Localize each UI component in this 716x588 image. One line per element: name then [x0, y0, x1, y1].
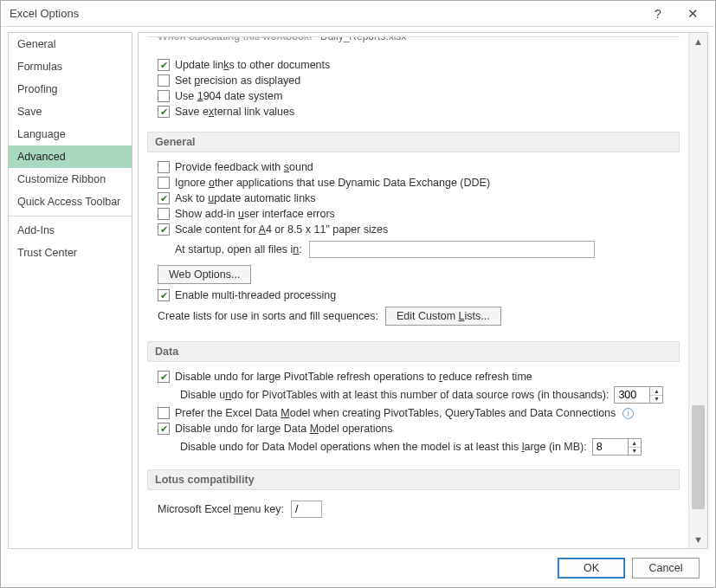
checkbox-disable-undo-pivot[interactable]: Disable undo for large PivotTable refres… [147, 369, 680, 384]
content-scroll-area: When calculating this workbook: Daily_Re… [139, 33, 688, 548]
checkbox-label: Set precision as displayed [175, 74, 300, 87]
scroll-up-icon[interactable]: ▲ [689, 33, 707, 50]
pivot-threshold-input[interactable] [615, 387, 649, 403]
checkbox-label: Use 1904 date system [175, 90, 282, 102]
checkbox-label: Disable undo for large Data Model operat… [175, 423, 393, 435]
vertical-scrollbar[interactable]: ▲ ▼ [688, 33, 707, 548]
sidebar-item-quick-access-toolbar[interactable]: Quick Access Toolbar [9, 191, 132, 213]
checkbox-ignore-dde[interactable]: Ignore other applications that use Dynam… [147, 175, 680, 191]
section-lotus-header: Lotus compatibility [147, 469, 680, 490]
menu-key-input[interactable] [291, 501, 322, 518]
checkbox-icon [158, 223, 170, 236]
checkbox-ask-update-links[interactable]: Ask to update automatic links [147, 191, 680, 206]
checkbox-icon [158, 74, 170, 87]
model-threshold-spinner[interactable]: ▲▼ [592, 438, 642, 456]
checkbox-addin-errors[interactable]: Show add-in user interface errors [147, 206, 680, 222]
menu-key-label: Microsoft Excel menu key: [158, 503, 284, 515]
checkbox-feedback-sound[interactable]: Provide feedback with sound [147, 159, 680, 175]
pivot-threshold-label: Disable undo for PivotTables with at lea… [180, 389, 609, 401]
checkbox-scale-a4[interactable]: Scale content for A4 or 8.5 x 11" paper … [147, 222, 680, 237]
spin-up-icon[interactable]: ▲ [629, 439, 641, 448]
web-options-button[interactable]: Web Options... [158, 265, 251, 284]
checkbox-icon [158, 208, 170, 220]
checkbox-label: Prefer the Excel Data Model when creatin… [175, 407, 616, 419]
dialog-footer: OK Cancel [1, 549, 715, 587]
calc-workbook-label: When calculating this workbook: [158, 36, 313, 42]
sidebar-item-advanced[interactable]: Advanced [9, 145, 132, 168]
checkbox-label: Scale content for A4 or 8.5 x 11" paper … [175, 223, 388, 236]
pivot-threshold-spinner[interactable]: ▲▼ [614, 386, 663, 404]
checkbox-label: Ask to update automatic links [175, 192, 316, 204]
titlebar: Excel Options ? ✕ [1, 1, 715, 27]
sidebar-item-trust-center[interactable]: Trust Center [9, 242, 132, 264]
checkbox-icon [158, 289, 170, 301]
startup-files-label: At startup, open all files in: [175, 243, 302, 255]
checkbox-label: Ignore other applications that use Dynam… [175, 177, 490, 189]
checkbox-icon [158, 177, 170, 189]
window-title: Excel Options [10, 7, 641, 20]
category-sidebar: GeneralFormulasProofingSaveLanguageAdvan… [8, 32, 132, 549]
checkbox-prefer-data-model[interactable]: Prefer the Excel Data Model when creatin… [147, 405, 680, 421]
model-threshold-input[interactable] [593, 439, 628, 455]
checkbox-icon [158, 371, 170, 383]
checkbox-label: Disable undo for large PivotTable refres… [175, 371, 532, 383]
scroll-thumb[interactable] [692, 405, 705, 509]
spin-up-icon[interactable]: ▲ [650, 387, 662, 396]
truncated-row: When calculating this workbook: Daily_Re… [147, 36, 680, 52]
info-icon[interactable]: i [622, 408, 634, 419]
checkbox-icon [158, 106, 170, 118]
content-pane: When calculating this workbook: Daily_Re… [138, 32, 708, 549]
checkbox-icon [158, 192, 170, 204]
sidebar-separator [9, 216, 132, 216]
checkbox-set-precision[interactable]: Set precision as displayed [147, 73, 680, 88]
close-button[interactable]: ✕ [675, 2, 710, 26]
row-model-threshold: Disable undo for Data Model operations w… [147, 436, 680, 457]
checkbox-label: Enable multi-threaded processing [175, 289, 336, 301]
sidebar-item-save[interactable]: Save [9, 100, 132, 123]
sidebar-item-formulas[interactable]: Formulas [9, 55, 132, 78]
sidebar-item-add-ins[interactable]: Add-Ins [9, 219, 132, 242]
model-threshold-label: Disable undo for Data Model operations w… [180, 441, 587, 453]
checkbox-icon [158, 407, 170, 419]
scroll-down-icon[interactable]: ▼ [689, 531, 707, 548]
cancel-button[interactable]: Cancel [632, 558, 700, 578]
sidebar-item-proofing[interactable]: Proofing [9, 78, 132, 100]
sidebar-item-general[interactable]: General [9, 33, 132, 55]
spin-down-icon[interactable]: ▼ [650, 396, 662, 404]
checkbox-icon [158, 161, 170, 173]
checkbox-icon [158, 423, 170, 435]
checkbox-label: Show add-in user interface errors [175, 208, 335, 220]
checkbox-label: Save external link values [175, 106, 294, 118]
checkbox-1904-date[interactable]: Use 1904 date system [147, 88, 680, 104]
ok-button[interactable]: OK [558, 558, 625, 578]
checkbox-save-external-links[interactable]: Save external link values [147, 104, 680, 120]
checkbox-update-links[interactable]: Update links to other documents [147, 57, 680, 73]
custom-lists-label: Create lists for use in sorts and fill s… [158, 310, 378, 322]
spin-down-icon[interactable]: ▼ [629, 448, 641, 456]
sidebar-item-customize-ribbon[interactable]: Customize Ribbon [9, 168, 132, 191]
checkbox-label: Provide feedback with sound [175, 161, 313, 173]
edit-custom-lists-button[interactable]: Edit Custom Lists... [385, 307, 501, 326]
checkbox-multithread[interactable]: Enable multi-threaded processing [147, 288, 680, 303]
startup-files-input[interactable] [309, 241, 595, 258]
checkbox-label: Update links to other documents [175, 59, 330, 71]
section-general-header: General [147, 132, 680, 152]
checkbox-icon [158, 59, 170, 71]
row-pivot-threshold: Disable undo for PivotTables with at lea… [147, 384, 680, 405]
section-data-header: Data [147, 341, 680, 362]
calc-workbook-file: Daily_Reports.xlsx [320, 36, 406, 42]
help-button[interactable]: ? [641, 2, 675, 26]
checkbox-icon [158, 90, 170, 102]
sidebar-item-language[interactable]: Language [9, 123, 132, 145]
checkbox-disable-undo-datamodel[interactable]: Disable undo for large Data Model operat… [147, 421, 680, 436]
